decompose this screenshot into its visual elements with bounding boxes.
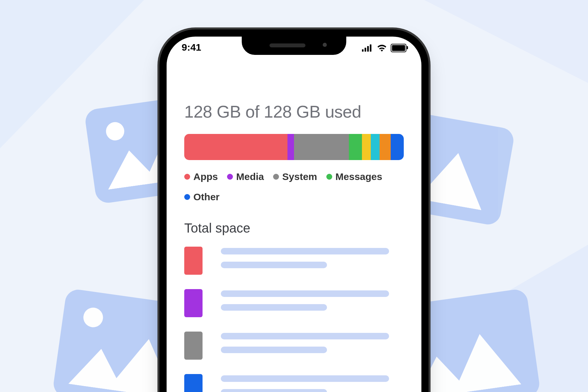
usage-segment-media [287,134,294,160]
legend-dot-icon [273,174,279,180]
storage-list-row[interactable] [184,247,404,275]
total-space-heading: Total space [184,221,404,236]
legend-label: Other [193,191,220,203]
category-swatch-icon [184,374,203,392]
storage-list-row[interactable] [184,374,404,392]
category-swatch-icon [184,289,203,317]
legend-item: Apps [184,171,218,182]
legend-item: Other [184,191,220,203]
legend-item: Messages [326,171,382,182]
usage-segment-yellow [362,134,371,160]
legend-item: Media [227,171,264,182]
illustration-canvas: 9:41 128 GB of 128 GB used AppsMediaSyst… [0,0,588,392]
placeholder-text-lines [221,289,404,311]
storage-list-row[interactable] [184,289,404,317]
legend-dot-icon [326,174,332,180]
placeholder-text-lines [221,374,404,392]
storage-screen: 128 GB of 128 GB used AppsMediaSystemMes… [167,37,421,392]
category-swatch-icon [184,332,203,360]
legend-dot-icon [227,174,233,180]
legend-dot-icon [184,174,190,180]
legend-label: Apps [193,171,218,182]
usage-segment-teal [371,134,380,160]
storage-breakdown-list[interactable] [184,247,404,392]
usage-segment-system [294,134,349,160]
legend-label: Media [236,171,264,182]
legend-dot-icon [184,194,190,200]
usage-segment-messages [349,134,362,160]
bg-triangle-icon [408,0,588,128]
legend-label: Messages [335,171,382,182]
legend-item: System [273,171,317,182]
storage-usage-bar [184,134,404,160]
storage-usage-heading: 128 GB of 128 GB used [184,102,404,122]
placeholder-text-lines [221,332,404,353]
usage-segment-apps [184,134,287,160]
usage-segment-other [391,134,404,160]
phone-frame: 9:41 128 GB of 128 GB used AppsMediaSyst… [159,29,429,392]
storage-list-row[interactable] [184,332,404,360]
usage-segment-orange [380,134,391,160]
category-swatch-icon [184,247,203,275]
legend-label: System [282,171,317,182]
storage-legend: AppsMediaSystemMessagesOther [184,171,404,203]
placeholder-text-lines [221,247,404,268]
